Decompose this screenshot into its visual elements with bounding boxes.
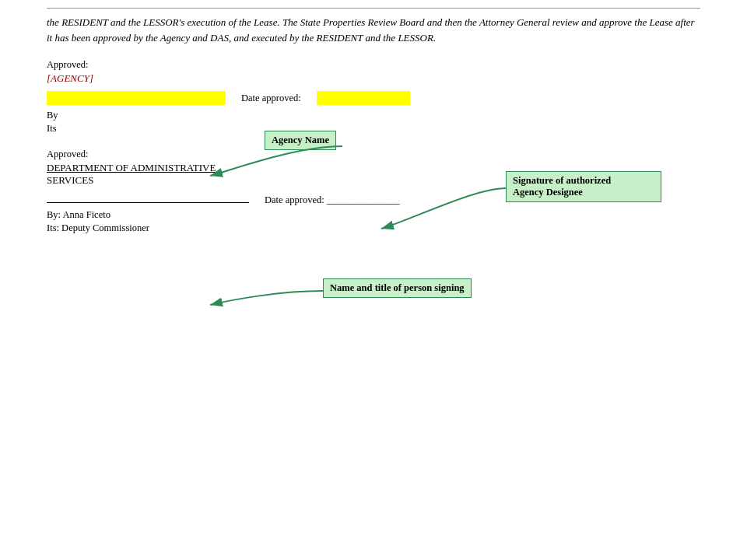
signature-highlight-left [47, 91, 226, 105]
signature-annotation: Signature of authorizedAgency Designee [506, 171, 661, 202]
document-area: the RESIDENT and the LESSOR's execution … [47, 0, 700, 560]
das-date-approved-label: Date approved: _______________ [265, 194, 400, 206]
agency-name-value: [AGENCY] [47, 72, 700, 85]
agency-section: Approved: [AGENCY] Date approved: By Its [47, 59, 700, 135]
name-title-annotation: Name and title of person signing [323, 278, 472, 298]
by-label: By [47, 110, 700, 121]
date-approved-label: Date approved: [241, 93, 301, 104]
name-title-arrow [124, 272, 342, 319]
das-signature-line [47, 202, 249, 203]
name-title-label: Name and title of person signing [330, 282, 465, 293]
agency-approved-label: Approved: [47, 59, 700, 71]
agency-name-label: Agency Name [272, 135, 329, 145]
agency-name-annotation: Agency Name [265, 131, 336, 150]
das-its-label: Its: Deputy Commissioner [47, 222, 700, 234]
signature-line-row: Date approved: [47, 91, 700, 105]
signature-label: Signature of authorizedAgency Designee [513, 175, 611, 198]
das-by-label: By: Anna Ficeto [47, 209, 700, 221]
das-approved-label: Approved: [47, 149, 700, 160]
page: the RESIDENT and the LESSOR's execution … [0, 0, 747, 560]
by-its-block: By Its [47, 110, 700, 135]
top-paragraph: the RESIDENT and the LESSOR's execution … [47, 8, 700, 45]
date-highlight [317, 91, 410, 105]
its-label: Its [47, 123, 700, 135]
top-text-content: the RESIDENT and the LESSOR's execution … [47, 16, 695, 44]
